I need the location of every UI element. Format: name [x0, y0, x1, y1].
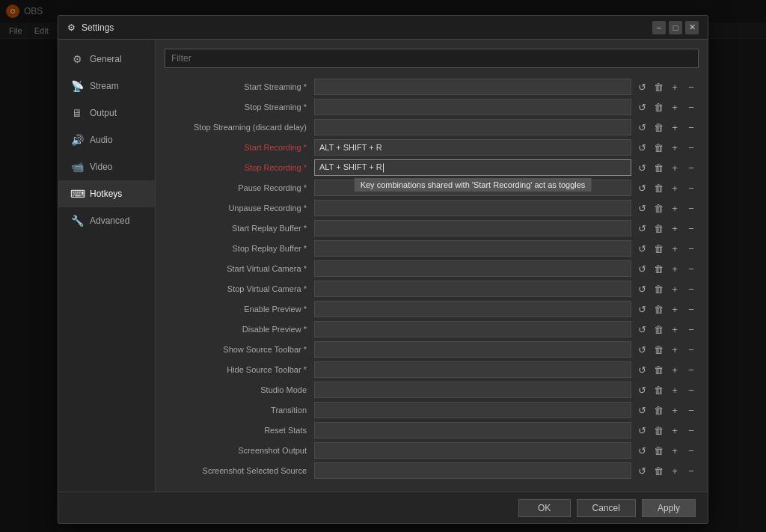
hotkey-add-reset-stats[interactable]: +: [667, 422, 682, 438]
hotkey-delete-studio-mode[interactable]: 🗑: [651, 382, 666, 398]
hotkey-add-stop-streaming[interactable]: +: [667, 99, 682, 115]
hotkey-remove-start-streaming[interactable]: −: [684, 79, 699, 95]
hotkey-reset-unpause-recording[interactable]: ↺: [634, 200, 649, 216]
hotkey-delete-screenshot-source[interactable]: 🗑: [651, 462, 666, 479]
hotkey-remove-screenshot-source[interactable]: −: [684, 462, 699, 479]
hotkey-input-start-vcam[interactable]: [314, 260, 631, 277]
hotkey-remove-enable-preview[interactable]: −: [684, 301, 699, 317]
hotkey-input-stop-streaming[interactable]: [314, 99, 631, 115]
hotkey-reset-studio-mode[interactable]: ↺: [634, 382, 649, 398]
hotkey-delete-start-vcam[interactable]: 🗑: [651, 260, 666, 277]
hotkey-remove-studio-mode[interactable]: −: [684, 382, 699, 398]
nav-hotkeys[interactable]: ⌨ Hotkeys: [58, 180, 155, 207]
nav-output[interactable]: 🖥 Output: [58, 100, 155, 126]
hotkey-add-disable-preview[interactable]: +: [667, 321, 682, 337]
hotkey-remove-start-recording[interactable]: −: [684, 139, 699, 156]
hotkey-reset-transition[interactable]: ↺: [634, 402, 649, 418]
ok-button[interactable]: OK: [518, 499, 571, 517]
hotkey-input-studio-mode[interactable]: [314, 382, 631, 398]
hotkey-delete-unpause-recording[interactable]: 🗑: [651, 200, 666, 216]
hotkey-delete-start-streaming[interactable]: 🗑: [651, 79, 666, 95]
hotkey-input-reset-stats[interactable]: [314, 422, 631, 438]
hotkey-add-stop-recording[interactable]: +: [667, 159, 682, 176]
hotkey-remove-unpause-recording[interactable]: −: [684, 200, 699, 216]
hotkey-add-transition[interactable]: +: [667, 402, 682, 418]
hotkey-remove-start-replay[interactable]: −: [684, 220, 699, 236]
nav-stream[interactable]: 📡 Stream: [58, 73, 155, 100]
hotkey-remove-stop-streaming-delay[interactable]: −: [684, 119, 699, 135]
hotkey-reset-reset-stats[interactable]: ↺: [634, 422, 649, 438]
hotkey-delete-stop-streaming-delay[interactable]: 🗑: [651, 119, 666, 135]
hotkey-add-pause-recording[interactable]: +: [667, 180, 682, 196]
hotkey-input-stop-streaming-delay[interactable]: [314, 119, 631, 135]
hotkey-input-pause-recording[interactable]: [314, 180, 631, 196]
hotkey-add-start-streaming[interactable]: +: [667, 79, 682, 95]
apply-button[interactable]: Apply: [642, 499, 696, 517]
hotkey-remove-stop-vcam[interactable]: −: [684, 281, 699, 297]
hotkey-reset-start-recording[interactable]: ↺: [634, 139, 649, 156]
hotkey-reset-screenshot-source[interactable]: ↺: [634, 462, 649, 479]
hotkey-delete-stop-streaming[interactable]: 🗑: [651, 99, 666, 115]
hotkey-add-start-vcam[interactable]: +: [667, 260, 682, 277]
hotkey-delete-enable-preview[interactable]: 🗑: [651, 301, 666, 317]
nav-audio[interactable]: 🔊 Audio: [58, 126, 155, 153]
hotkey-reset-start-streaming[interactable]: ↺: [634, 79, 649, 95]
hotkey-reset-stop-streaming[interactable]: ↺: [634, 99, 649, 115]
hotkey-add-show-toolbar[interactable]: +: [667, 341, 682, 358]
hotkey-add-unpause-recording[interactable]: +: [667, 200, 682, 216]
hotkey-delete-disable-preview[interactable]: 🗑: [651, 321, 666, 337]
cancel-button[interactable]: Cancel: [577, 499, 636, 517]
hotkey-add-screenshot-source[interactable]: +: [667, 462, 682, 479]
hotkey-remove-disable-preview[interactable]: −: [684, 321, 699, 337]
hotkey-reset-stop-replay[interactable]: ↺: [634, 240, 649, 257]
hotkey-add-start-replay[interactable]: +: [667, 220, 682, 236]
hotkey-reset-disable-preview[interactable]: ↺: [634, 321, 649, 337]
hotkey-delete-stop-recording[interactable]: 🗑: [651, 159, 666, 176]
hotkey-remove-reset-stats[interactable]: −: [684, 422, 699, 438]
hotkey-input-stop-replay[interactable]: [314, 240, 631, 257]
filter-input[interactable]: [165, 49, 699, 68]
hotkey-delete-start-recording[interactable]: 🗑: [651, 139, 666, 156]
hotkey-delete-show-toolbar[interactable]: 🗑: [651, 341, 666, 358]
hotkey-delete-stop-vcam[interactable]: 🗑: [651, 281, 666, 297]
hotkey-input-screenshot-output[interactable]: [314, 442, 631, 459]
hotkey-input-stop-recording[interactable]: ALT + SHIFT + R Key combinations shared …: [314, 159, 631, 176]
hotkey-reset-screenshot-output[interactable]: ↺: [634, 442, 649, 459]
hotkey-add-enable-preview[interactable]: +: [667, 301, 682, 317]
hotkey-delete-pause-recording[interactable]: 🗑: [651, 180, 666, 196]
nav-general[interactable]: ⚙ General: [58, 46, 155, 73]
hotkey-remove-stop-streaming[interactable]: −: [684, 99, 699, 115]
hotkey-reset-start-vcam[interactable]: ↺: [634, 260, 649, 277]
nav-video[interactable]: 📹 Video: [58, 153, 155, 180]
hotkey-reset-stop-recording[interactable]: ↺: [634, 159, 649, 176]
hotkey-input-start-replay[interactable]: [314, 220, 631, 236]
hotkey-delete-transition[interactable]: 🗑: [651, 402, 666, 418]
hotkey-reset-pause-recording[interactable]: ↺: [634, 180, 649, 196]
hotkey-remove-stop-recording[interactable]: −: [684, 159, 699, 176]
hotkey-input-show-toolbar[interactable]: [314, 341, 631, 358]
hotkey-input-start-streaming[interactable]: [314, 79, 631, 95]
hotkey-reset-enable-preview[interactable]: ↺: [634, 301, 649, 317]
hotkey-reset-stop-vcam[interactable]: ↺: [634, 281, 649, 297]
hotkey-remove-stop-replay[interactable]: −: [684, 240, 699, 257]
hotkey-input-disable-preview[interactable]: [314, 321, 631, 337]
hotkey-input-hide-toolbar[interactable]: [314, 361, 631, 378]
hotkey-input-enable-preview[interactable]: [314, 301, 631, 317]
hotkey-input-unpause-recording[interactable]: [314, 200, 631, 216]
dialog-minimize-button[interactable]: −: [652, 21, 666, 34]
hotkey-add-stop-replay[interactable]: +: [667, 240, 682, 257]
dialog-maximize-button[interactable]: □: [669, 21, 682, 34]
hotkey-remove-hide-toolbar[interactable]: −: [684, 361, 699, 378]
hotkey-delete-start-replay[interactable]: 🗑: [651, 220, 666, 236]
hotkey-input-start-recording[interactable]: ALT + SHIFT + R: [314, 139, 631, 156]
nav-advanced[interactable]: 🔧 Advanced: [58, 207, 155, 234]
hotkey-delete-hide-toolbar[interactable]: 🗑: [651, 361, 666, 378]
hotkey-input-transition[interactable]: [314, 402, 631, 418]
hotkey-reset-hide-toolbar[interactable]: ↺: [634, 361, 649, 378]
hotkey-delete-screenshot-output[interactable]: 🗑: [651, 442, 666, 459]
hotkey-remove-show-toolbar[interactable]: −: [684, 341, 699, 358]
hotkey-remove-pause-recording[interactable]: −: [684, 180, 699, 196]
hotkey-add-studio-mode[interactable]: +: [667, 382, 682, 398]
hotkey-remove-transition[interactable]: −: [684, 402, 699, 418]
hotkey-input-screenshot-source[interactable]: [314, 462, 631, 479]
